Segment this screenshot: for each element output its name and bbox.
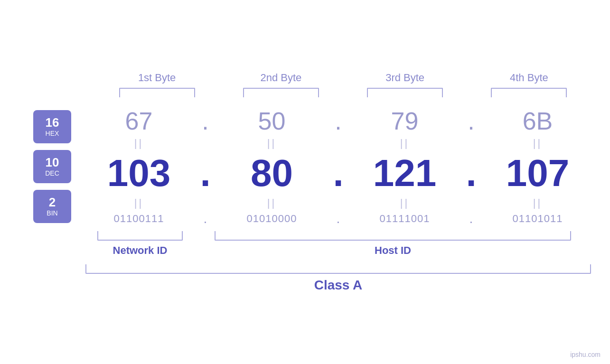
class-label: Class A <box>314 278 363 293</box>
hex-value-4: 6B <box>523 107 553 135</box>
bin-row: 01100111 . 01010000 . 01111001 . <box>85 211 591 226</box>
host-id-label: Host ID <box>375 244 411 257</box>
equals-2-1: || <box>92 197 187 209</box>
hex-badge-number: 16 <box>46 116 59 129</box>
dec-value-2: 80 <box>251 151 293 195</box>
equals-1-3: || <box>357 137 452 149</box>
hex-value-1: 67 <box>125 107 153 135</box>
watermark: ipshu.com <box>570 351 601 358</box>
network-id-label: Network ID <box>113 244 168 257</box>
hex-dot-2: . <box>331 107 346 135</box>
top-bracket-2 <box>243 88 319 97</box>
bin-value-4: 01101011 <box>513 213 563 225</box>
dec-row: 103 . 80 . 121 . 107 <box>85 151 591 195</box>
hex-value-3: 79 <box>391 107 419 135</box>
host-id-section: Host ID <box>195 231 591 257</box>
byte-headers-row: 1st Byte 2nd Byte 3rd Byte 4th Byte <box>19 72 591 84</box>
bin-cell-2: 01010000 <box>225 213 319 225</box>
hex-badge: 16 HEX <box>33 110 71 143</box>
dec-cell-4: 107 <box>490 151 585 195</box>
class-bracket-line <box>85 264 591 274</box>
dec-value-4: 107 <box>506 151 569 195</box>
dec-cell-2: 80 <box>225 151 319 195</box>
byte-header-2: 2nd Byte <box>234 72 328 84</box>
host-bracket <box>215 231 572 241</box>
bin-value-1: 01100111 <box>114 213 164 225</box>
bin-badge-label: BIN <box>47 209 57 217</box>
hex-cell-2: 50 <box>225 107 319 135</box>
bin-cell-3: 01111001 <box>357 213 452 225</box>
hex-cell-1: 67 <box>92 107 187 135</box>
byte-header-4: 4th Byte <box>481 72 576 84</box>
dec-dot-1: . <box>198 151 213 195</box>
hex-badge-label: HEX <box>46 130 59 137</box>
bin-cell-4: 01101011 <box>490 213 585 225</box>
main-container: 1st Byte 2nd Byte 3rd Byte 4th Byte 16 H… <box>0 0 610 364</box>
hex-cell-3: 79 <box>357 107 452 135</box>
equals-2-2: || <box>225 197 319 209</box>
top-bracket-3 <box>367 88 443 97</box>
hex-cell-4: 6B <box>490 107 585 135</box>
dec-badge-label: DEC <box>45 169 59 177</box>
class-bracket-inner: Class A <box>85 264 591 293</box>
dec-cell-3: 121 <box>357 151 452 195</box>
dec-value-1: 103 <box>107 151 170 195</box>
bin-value-3: 01111001 <box>380 213 430 225</box>
bin-value-2: 01010000 <box>247 213 297 225</box>
dec-dot-2: . <box>331 151 346 195</box>
equals-1-2: || <box>225 137 319 149</box>
bin-badge: 2 BIN <box>33 190 71 223</box>
bin-dot-3: . <box>464 211 479 226</box>
dec-dot-3: . <box>464 151 479 195</box>
bin-cell-1: 01100111 <box>92 213 187 225</box>
dec-cell-1: 103 <box>92 151 187 195</box>
values-grid: 67 . 50 . 79 . 6B <box>85 107 591 226</box>
bin-dot-1: . <box>198 211 213 226</box>
network-bracket <box>97 231 183 241</box>
badges-column: 16 HEX 10 DEC 2 BIN <box>19 107 85 226</box>
dec-value-3: 121 <box>373 151 436 195</box>
hex-dot-3: . <box>464 107 479 135</box>
byte-header-3: 3rd Byte <box>357 72 452 84</box>
dec-badge-number: 10 <box>46 156 59 168</box>
top-bracket-1 <box>119 88 195 97</box>
equals-row-1: || || || || <box>85 137 591 149</box>
bin-badge-number: 2 <box>49 196 56 208</box>
hex-row: 67 . 50 . 79 . 6B <box>85 107 591 135</box>
equals-2-3: || <box>357 197 452 209</box>
network-id-section: Network ID <box>85 231 195 257</box>
equals-2-4: || <box>490 197 585 209</box>
dec-badge: 10 DEC <box>33 150 71 183</box>
equals-1-1: || <box>92 137 187 149</box>
hex-value-2: 50 <box>258 107 286 135</box>
bin-dot-2: . <box>331 211 346 226</box>
bottom-brackets-row: Network ID Host ID <box>19 231 591 257</box>
byte-header-1: 1st Byte <box>110 72 205 84</box>
equals-row-2: || || || || <box>85 197 591 209</box>
main-rows-area: 16 HEX 10 DEC 2 BIN 67 . <box>19 107 591 226</box>
top-brackets-row <box>19 88 591 97</box>
hex-dot-1: . <box>198 107 213 135</box>
equals-1-4: || <box>490 137 585 149</box>
class-row: Class A <box>19 264 591 293</box>
top-bracket-4 <box>491 88 567 97</box>
